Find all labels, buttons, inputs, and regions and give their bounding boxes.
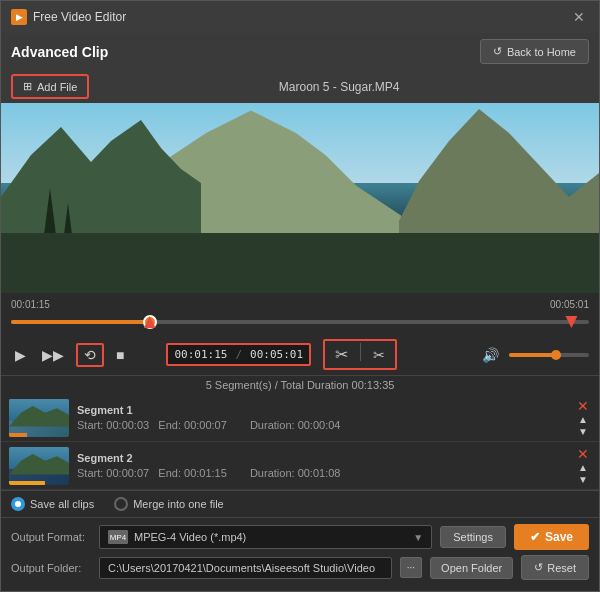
- segment-2-up[interactable]: ▲: [575, 463, 591, 473]
- format-value: MPEG-4 Video (*.mp4): [134, 531, 246, 543]
- separator: [360, 343, 361, 361]
- segment-1-info: Segment 1 Start: 00:00:03 End: 00:00:07 …: [69, 404, 575, 431]
- segment-2-name: Segment 2: [77, 452, 567, 464]
- table-row: Segment 2 Start: 00:00:07 End: 00:01:15 …: [1, 442, 599, 490]
- reset-button[interactable]: ↺ Reset: [521, 555, 589, 580]
- current-filename: Maroon 5 - Sugar.MP4: [89, 80, 589, 94]
- segment-1-remove[interactable]: ✕: [575, 399, 591, 413]
- progress-background: [11, 320, 589, 324]
- end-time-label: 00:05:01: [550, 299, 589, 310]
- segment-1-up[interactable]: ▲: [575, 415, 591, 425]
- thumb-bar: [9, 433, 27, 437]
- folder-row: Output Folder: C:\Users\20170421\Documen…: [11, 555, 589, 580]
- play-button[interactable]: ▶: [11, 345, 30, 365]
- scissors-button[interactable]: ✂: [369, 343, 389, 366]
- refresh-icon: ↺: [493, 45, 502, 58]
- radio-inner: [15, 501, 21, 507]
- check-icon: ✔: [530, 530, 540, 544]
- volume-handle[interactable]: [551, 350, 561, 360]
- segment-1-meta: Start: 00:00:03 End: 00:00:07 Duration: …: [77, 419, 567, 431]
- segment-2-end: 00:01:15: [184, 467, 227, 479]
- segment-2-info: Segment 2 Start: 00:00:07 End: 00:01:15 …: [69, 452, 575, 479]
- progress-track[interactable]: [11, 314, 589, 330]
- time-labels: 00:01:15 00:05:01: [11, 299, 589, 310]
- title-bar: ▶ Free Video Editor ✕: [1, 1, 599, 33]
- video-frame: [1, 103, 599, 293]
- app-title: Free Video Editor: [33, 10, 126, 24]
- bottom-options: Save all clips Merge into one file: [1, 490, 599, 517]
- forest-bottom: [1, 233, 599, 293]
- thumb-bar-2: [9, 481, 45, 485]
- fast-forward-button[interactable]: ▶▶: [38, 345, 68, 365]
- folder-path: C:\Users\20170421\Documents\Aiseesoft St…: [99, 557, 392, 579]
- segment-1-start: 00:00:03: [106, 419, 149, 431]
- format-label: Output Format:: [11, 531, 91, 543]
- segment-2-start: 00:00:07: [106, 467, 149, 479]
- format-select[interactable]: MP4 MPEG-4 Video (*.mp4) ▼: [99, 525, 432, 549]
- add-file-label: Add File: [37, 81, 77, 93]
- save-all-clips-radio[interactable]: [11, 497, 25, 511]
- start-time-value[interactable]: 00:01:15: [174, 348, 227, 361]
- open-folder-button[interactable]: Open Folder: [430, 557, 513, 579]
- end-time-value[interactable]: 00:05:01: [250, 348, 303, 361]
- save-label: Save: [545, 530, 573, 544]
- clip-button-group: ✂ ✂: [323, 339, 397, 370]
- app-icon: ▶: [11, 9, 27, 25]
- back-to-home-label: Back to Home: [507, 46, 576, 58]
- segment-1-duration: 00:00:04: [298, 419, 341, 431]
- save-button[interactable]: ✔ Save: [514, 524, 589, 550]
- segment-2-end-label: End:: [152, 467, 184, 479]
- format-select-content: MP4 MPEG-4 Video (*.mp4): [108, 530, 246, 544]
- settings-button[interactable]: Settings: [440, 526, 506, 548]
- segment-2-start-label: Start:: [77, 467, 106, 479]
- toolbar: Advanced Clip ↺ Back to Home: [1, 33, 599, 70]
- loop-button[interactable]: ⟲: [76, 343, 104, 367]
- controls-row: ▶ ▶▶ ⟲ ■ 00:01:15 / 00:05:01 ✂ ✂ 🔊: [1, 334, 599, 375]
- segment-2-duration: 00:01:08: [298, 467, 341, 479]
- merge-into-one-radio[interactable]: [114, 497, 128, 511]
- save-all-clips-option[interactable]: Save all clips: [11, 497, 94, 511]
- segment-2-thumbnail: [9, 447, 69, 485]
- browse-button[interactable]: ···: [400, 557, 422, 578]
- table-row: Segment 1 Start: 00:00:03 End: 00:00:07 …: [1, 394, 599, 442]
- save-all-clips-label: Save all clips: [30, 498, 94, 510]
- chevron-down-icon: ▼: [413, 532, 423, 543]
- segments-summary-text: 5 Segment(s) / Total Duration 00:13:35: [206, 379, 395, 391]
- merge-into-one-option[interactable]: Merge into one file: [114, 497, 224, 511]
- video-preview: [1, 103, 599, 293]
- reset-label: Reset: [547, 562, 576, 574]
- close-button[interactable]: ✕: [569, 7, 589, 27]
- segment-2-down[interactable]: ▼: [575, 475, 591, 485]
- volume-section: 🔊: [478, 345, 589, 365]
- segment-1-down[interactable]: ▼: [575, 427, 591, 437]
- timeline-bar: 00:01:15 00:05:01: [1, 293, 599, 334]
- progress-filled: [11, 320, 150, 324]
- clip-button[interactable]: ✂: [331, 343, 352, 366]
- segment-1-name: Segment 1: [77, 404, 567, 416]
- segment-1-end: 00:00:07: [184, 419, 227, 431]
- segment-2-remove[interactable]: ✕: [575, 447, 591, 461]
- stop-button[interactable]: ■: [112, 345, 128, 365]
- start-time-label: 00:01:15: [11, 299, 50, 310]
- title-bar-left: ▶ Free Video Editor: [11, 9, 126, 25]
- merge-into-one-label: Merge into one file: [133, 498, 224, 510]
- segment-2-meta: Start: 00:00:07 End: 00:01:15 Duration: …: [77, 467, 567, 479]
- add-file-row: ⊞ Add File Maroon 5 - Sugar.MP4: [1, 70, 599, 103]
- back-to-home-button[interactable]: ↺ Back to Home: [480, 39, 589, 64]
- output-section: Output Format: MP4 MPEG-4 Video (*.mp4) …: [1, 517, 599, 591]
- segment-2-duration-label: Duration:: [250, 467, 298, 479]
- time-display: 00:01:15 / 00:05:01: [166, 343, 311, 366]
- page-title: Advanced Clip: [11, 44, 108, 60]
- segment-1-end-label: End:: [152, 419, 184, 431]
- add-file-button[interactable]: ⊞ Add File: [11, 74, 89, 99]
- volume-track[interactable]: [509, 353, 589, 357]
- volume-icon: 🔊: [478, 345, 503, 365]
- segment-1-start-label: Start:: [77, 419, 106, 431]
- segments-summary: 5 Segment(s) / Total Duration 00:13:35: [1, 375, 599, 394]
- time-separator: /: [235, 348, 242, 361]
- add-file-icon: ⊞: [23, 80, 32, 93]
- segments-list: Segment 1 Start: 00:00:03 End: 00:00:07 …: [1, 394, 599, 490]
- format-icon: MP4: [108, 530, 128, 544]
- folder-label: Output Folder:: [11, 562, 91, 574]
- segment-1-duration-label: Duration:: [250, 419, 298, 431]
